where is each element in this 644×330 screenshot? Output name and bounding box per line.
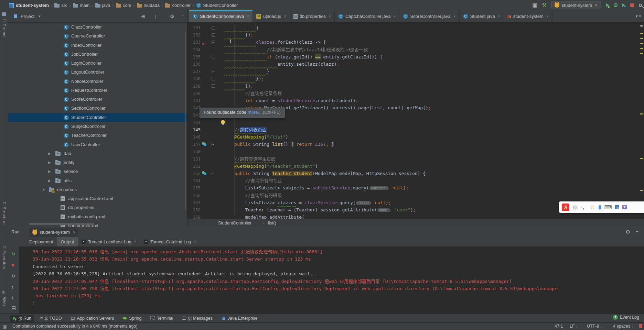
breadcrumb-method[interactable]: list() (268, 219, 276, 227)
tree-item-CourseController[interactable]: CCourseController (8, 32, 187, 41)
breadcrumb-item[interactable]: java (95, 3, 110, 8)
tree-item-TeacherController[interactable]: CTeacherController (8, 131, 187, 140)
console-tab-Output[interactable]: Output (57, 237, 78, 246)
breadcrumb-item[interactable]: niudada (137, 3, 160, 8)
editor-tab[interactable]: JSupload.js× (253, 10, 290, 22)
encoding-select[interactable]: UTF-8 ↕ (587, 324, 602, 329)
toolwindow-button-Spring[interactable]: Spring (120, 315, 144, 322)
tree-item-LogoutController[interactable]: CLogoutController (8, 68, 187, 77)
tree-item-SectionController[interactable]: CSectionController (8, 104, 187, 113)
project-panel-title[interactable]: Project (21, 14, 34, 19)
close-icon[interactable]: × (194, 239, 196, 244)
tree-item-ClazzController[interactable]: CClazzController (8, 23, 187, 32)
search-everywhere-icon[interactable] (639, 4, 642, 7)
hidden-tabs-dropdown-icon[interactable]: ▾ ≡ (636, 14, 641, 19)
stripe-structure[interactable]: 7: Structure (2, 201, 7, 225)
spring-mapping-gutter-icon[interactable] (202, 142, 207, 146)
sogou-logo-icon[interactable]: S (562, 204, 569, 211)
run-content-tab[interactable]: student-system × (29, 228, 78, 237)
close-icon[interactable]: × (453, 14, 456, 19)
toolwindow-toggle-icon[interactable]: ▣ (3, 324, 7, 329)
tree-item-IndexController[interactable]: CIndexController (8, 41, 187, 50)
stripe-favorites[interactable]: 2: Favorites (2, 245, 7, 269)
down-stack-icon[interactable]: ↓ (11, 295, 14, 300)
gear-icon[interactable]: ⚙ (626, 229, 630, 235)
stop-icon[interactable]: ■ (11, 262, 14, 268)
close-icon[interactable]: × (329, 14, 331, 19)
close-icon[interactable]: × (393, 14, 396, 19)
tree-item-LoginController[interactable]: CLoginController (8, 59, 187, 68)
toolwindow-button-6: TODO[interactable]: ≡6: TODO (37, 315, 65, 322)
gear-icon[interactable]: ⚙ (170, 13, 174, 20)
console-options-icon[interactable]: ▤ (11, 305, 16, 310)
tree-item-dao[interactable]: ▶dao (8, 149, 187, 158)
tree-item-StudentController[interactable]: CStudentController (8, 113, 187, 122)
close-icon[interactable]: × (546, 14, 549, 19)
ime-skin-icon[interactable] (615, 205, 619, 209)
hide-panel-icon[interactable]: − (635, 228, 638, 234)
line-ending-select[interactable]: LF ↕ (570, 324, 578, 329)
coverage-button[interactable] (622, 3, 625, 7)
tree-expand-icon[interactable]: ▼ (42, 185, 45, 194)
indent-select[interactable]: 4 spaces ↕ (613, 324, 633, 329)
breadcrumb-item[interactable]: main (73, 3, 89, 8)
toolwindow-button-Application Servers[interactable]: ▤Application Servers (68, 315, 117, 322)
code-editor[interactable]: I Found duplicate code more... (Ctrl+F1)… (187, 23, 644, 219)
breadcrumb-item[interactable]: src (54, 3, 67, 8)
tree-item-RequestController[interactable]: CRequestController (8, 86, 187, 95)
fold-marker[interactable]: − (212, 77, 215, 80)
ime-punctuation-mode[interactable]: ·， (581, 204, 587, 210)
toolwindow-button-Terminal[interactable]: >_Terminal (148, 315, 176, 322)
close-icon[interactable]: × (134, 239, 137, 244)
tree-item-applicationContext.xml[interactable]: applicationContext.xml (8, 194, 187, 203)
breadcrumb-item[interactable]: CStudentController (196, 3, 238, 8)
editor-tab[interactable]: db.properties× (290, 10, 335, 22)
tree-item-JobController[interactable]: CJobController (8, 50, 187, 59)
tree-expand-icon[interactable]: ▶ (48, 149, 51, 158)
breadcrumb-item[interactable]: student-system (9, 3, 49, 8)
tree-item-service[interactable]: ▶service (8, 167, 187, 176)
editor-tab[interactable]: CStudent.java× (460, 10, 504, 22)
tree-item-NoticeController[interactable]: CNoticeController (8, 77, 187, 86)
fold-marker[interactable]: − (212, 41, 215, 44)
emoji-icon[interactable]: ☺ (590, 204, 595, 210)
toolwindow-button-4: Run[interactable]: 4: Run (10, 315, 34, 322)
keyboard-icon[interactable]: ⌨ (604, 204, 612, 210)
caret-position[interactable]: 47:1 (555, 324, 563, 329)
horizontal-scrollbar[interactable] (29, 223, 94, 225)
intention-bulb-icon[interactable] (221, 120, 225, 124)
event-log-button[interactable]: 1 Event Log (613, 315, 639, 320)
toolwindow-button-Java Enterprise[interactable]: Java Enterprise (219, 315, 260, 322)
close-icon[interactable]: × (498, 14, 500, 19)
locate-file-icon[interactable]: ⊕ (141, 13, 146, 20)
hide-panel-icon[interactable]: − (181, 13, 184, 19)
close-icon[interactable]: × (284, 14, 286, 19)
build-hammer-icon[interactable]: ⚒ (542, 2, 546, 8)
tree-item-resources[interactable]: ▼resources (8, 185, 187, 194)
chevron-down-icon[interactable]: ▼ (38, 14, 41, 18)
console-output[interactable]: 30-Jun-2022 21:26:55.016 信息 [main] org.a… (19, 246, 644, 314)
spring-mapping-gutter-icon[interactable] (202, 171, 207, 176)
run-configuration-select[interactable]: student-system ▼ (551, 1, 601, 9)
up-stack-icon[interactable]: ↑ (11, 284, 14, 290)
tree-item-SubjectController[interactable]: CSubjectController (8, 122, 187, 131)
stripe-web[interactable]: Web (2, 297, 7, 306)
rerun-icon[interactable]: ↻ (11, 251, 15, 257)
restart-icon[interactable]: ↻ (11, 273, 15, 279)
debug-button[interactable] (614, 3, 618, 7)
microphone-icon[interactable] (599, 205, 601, 209)
tree-item-db.properties[interactable]: db.properties (8, 203, 187, 212)
close-icon[interactable]: × (247, 14, 249, 19)
run-button[interactable] (606, 3, 609, 7)
fold-marker[interactable]: − (212, 172, 215, 175)
stripe-project[interactable]: 1: Project (2, 19, 7, 38)
collapse-all-icon[interactable]: ↕ (154, 13, 157, 19)
fold-marker[interactable]: − (212, 70, 215, 73)
vertical-scrollbar[interactable] (185, 31, 186, 210)
fold-marker[interactable]: − (212, 26, 215, 30)
tree-item-UserController[interactable]: CUserController (8, 140, 187, 149)
stop-button[interactable] (630, 3, 634, 7)
close-icon[interactable]: × (73, 230, 75, 235)
console-tab-Deployment[interactable]: Deployment (25, 237, 57, 246)
tree-expand-icon[interactable]: ▶ (48, 176, 51, 185)
